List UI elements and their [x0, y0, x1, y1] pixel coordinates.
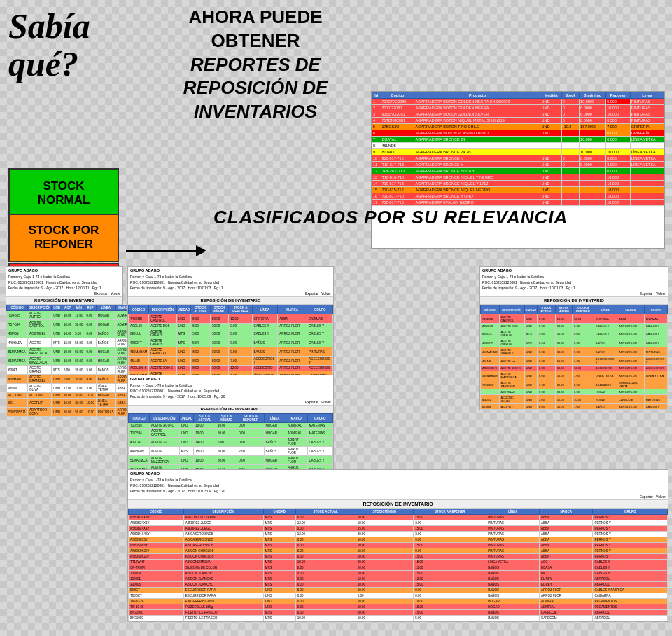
clasificados-text: CLASIFICADOS POR SU RELEVANCIA	[214, 207, 568, 228]
arrow	[126, 245, 206, 256]
report-large-right: GRUPO ABAGO Ramon y Cajal 1-78 e Isabel …	[479, 266, 668, 410]
que-text: qué?	[8, 43, 78, 84]
sabia-text: Sabía	[8, 6, 90, 46]
header-section: Sabía qué? AHORA PUEDE OBTENER REPORTES …	[0, 0, 672, 95]
report-small-left: GRUPO ABAGO Ramon y Cajal 1-78 e Isabel …	[6, 266, 123, 417]
ahora-title: AHORA PUEDE OBTENER REPORTES DE REPOSICI…	[154, 6, 357, 124]
stock-normal-label: STOCK NORMAL	[8, 168, 119, 219]
stock-reponer-label: STOCK POR REPONER	[8, 214, 119, 262]
reports-area: GRUPO ABAGO Ramon y Cajal 1-78 e Isabel …	[0, 259, 672, 636]
report-bottom: GRUPO ABAGO Ramon y Cajal 1-78 e Isabel …	[127, 469, 668, 622]
